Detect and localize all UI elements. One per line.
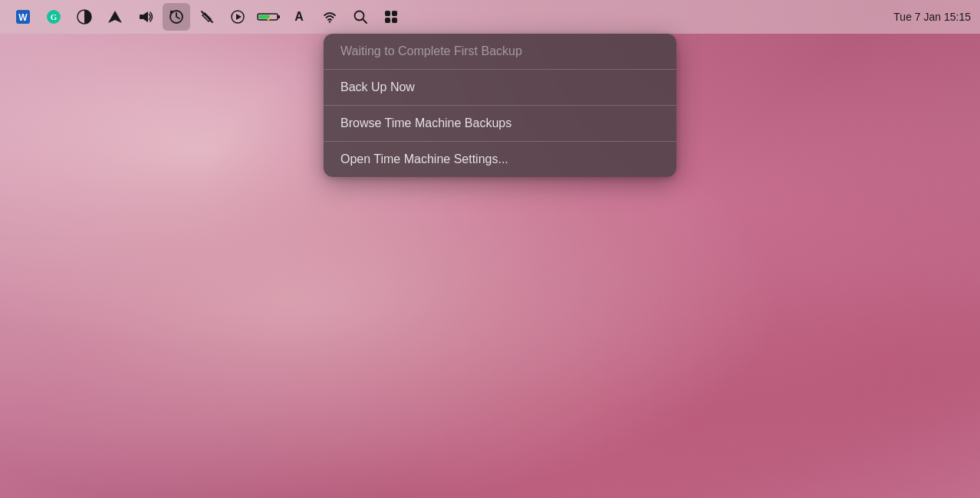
svg-text:A: A xyxy=(294,10,304,23)
desktop: W G xyxy=(0,0,980,498)
word-icon[interactable]: W xyxy=(9,3,37,31)
menu-item-status: Waiting to Complete First Backup xyxy=(324,34,676,69)
svg-rect-23 xyxy=(385,18,390,23)
svg-rect-6 xyxy=(140,15,143,19)
search-svg xyxy=(352,8,369,25)
svg-marker-5 xyxy=(108,11,122,23)
svg-text:W: W xyxy=(18,12,28,23)
svg-text:⚡: ⚡ xyxy=(266,17,271,22)
menubar-right: Tue 7 Jan 15:15 xyxy=(887,11,971,23)
controlcenter-icon[interactable] xyxy=(377,3,405,31)
menu-item-browse-backups[interactable]: Browse Time Machine Backups xyxy=(324,106,676,141)
svg-marker-12 xyxy=(236,14,242,20)
svg-line-20 xyxy=(363,19,367,23)
timemachine-svg xyxy=(168,8,185,25)
wifi-svg xyxy=(321,8,338,25)
menubar-left: W G xyxy=(9,3,887,31)
dropdown-menu: Waiting to Complete First Backup Back Up… xyxy=(324,34,676,177)
darkmode-icon[interactable] xyxy=(71,3,98,31)
menubar: W G xyxy=(0,0,980,34)
grammarly-icon[interactable]: G xyxy=(40,3,67,31)
search-icon[interactable] xyxy=(347,3,374,31)
svg-rect-24 xyxy=(392,18,397,23)
menu-item-backup-now[interactable]: Back Up Now xyxy=(324,70,676,105)
svg-rect-14 xyxy=(278,15,280,18)
volume-icon[interactable] xyxy=(132,3,159,31)
battery-svg: ⚡ xyxy=(256,8,281,25)
menubar-time: Tue 7 Jan 15:15 xyxy=(893,11,971,23)
menu-item-open-settings[interactable]: Open Time Machine Settings... xyxy=(324,142,676,177)
location-icon[interactable] xyxy=(101,3,129,31)
location-svg xyxy=(107,8,123,25)
darkmode-svg xyxy=(76,8,93,25)
svg-rect-21 xyxy=(385,11,390,16)
svg-point-18 xyxy=(329,21,331,22)
controlcenter-svg xyxy=(383,8,400,25)
svg-marker-7 xyxy=(143,11,148,22)
play-svg xyxy=(229,8,246,25)
play-icon[interactable] xyxy=(224,3,252,31)
penciloff-icon[interactable] xyxy=(193,3,221,31)
volume-svg xyxy=(137,8,154,25)
penciloff-svg xyxy=(199,8,215,25)
wifi-icon[interactable] xyxy=(316,3,344,31)
battery-icon[interactable]: ⚡ xyxy=(255,3,282,31)
svg-rect-22 xyxy=(392,11,397,16)
textformat-svg: A xyxy=(291,8,307,25)
timemachine-icon[interactable] xyxy=(163,3,190,31)
textformat-icon[interactable]: A xyxy=(285,3,313,31)
svg-text:G: G xyxy=(51,12,58,21)
